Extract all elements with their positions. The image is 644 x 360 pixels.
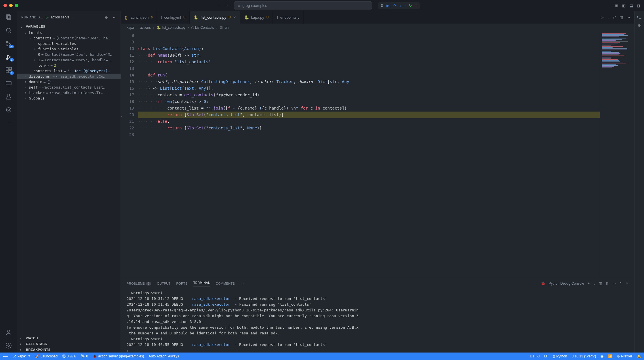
run-debug-icon[interactable]: 1 (5, 53, 12, 60)
breadcrumb-item[interactable]: ⬡ ListContacts (191, 26, 214, 30)
var-self[interactable]: ›self=<actions.list_contacts.List… (17, 85, 121, 90)
launchpad[interactable]: 🚀 Launchpad (35, 354, 58, 358)
debug-config-select[interactable]: action serve (51, 15, 70, 19)
var-contacts[interactable]: ⌄contacts=[Contact(name='Joe', ha… (17, 35, 121, 41)
live-share-icon[interactable]: 📶 (608, 354, 612, 358)
nav-back-icon[interactable]: ← (217, 3, 220, 8)
extensions-icon[interactable]: 1 (5, 67, 12, 74)
breakpoints-section[interactable]: ›BREAKPOINTS (17, 347, 121, 353)
settings-icon[interactable] (5, 342, 12, 349)
tab-kapa.py[interactable]: 🐍kapa.pyU (240, 11, 273, 24)
var-special[interactable]: ›special variables (17, 41, 121, 46)
more-icon[interactable]: ⋯ (626, 15, 630, 20)
var-idx1[interactable]: ›1=Contact(name='Mary', handle='… (17, 57, 121, 63)
terminal-name[interactable]: Python Debug Console (549, 282, 584, 286)
eol[interactable]: LF (544, 354, 548, 358)
new-terminal-icon[interactable]: + (588, 282, 590, 286)
remote-indicator[interactable]: ⟷ (3, 354, 8, 358)
var-domain[interactable]: ›domain={} (17, 79, 121, 85)
testing-icon[interactable] (5, 93, 12, 100)
watch-section[interactable]: ›WATCH (17, 335, 121, 341)
tab-endpoints.y[interactable]: !endpoints.y (273, 11, 304, 24)
chevron-down-icon[interactable]: ⌄ (607, 16, 609, 19)
tab-launch.json[interactable]: {}launch.json6 (121, 11, 157, 24)
layout-icon[interactable]: ⊞ (615, 3, 618, 8)
stop-icon[interactable]: □ (415, 3, 417, 8)
minimap[interactable] (600, 32, 634, 278)
tab-config.yml[interactable]: !config.ymlU (157, 11, 190, 24)
chevron-down-icon[interactable]: ⌄ (593, 282, 595, 285)
diff-icon[interactable]: ⇄ (613, 15, 616, 20)
explorer-icon[interactable] (5, 14, 12, 21)
locals-scope[interactable]: ⌄Locals (17, 30, 121, 35)
terminal-icon[interactable]: ▸_ (637, 14, 641, 19)
account-icon[interactable] (5, 329, 12, 336)
python-version[interactable]: 3.10.13 ('.venv') (572, 354, 596, 358)
bug-settings-icon[interactable]: ⚙ (638, 23, 641, 28)
tab-ports[interactable]: PORTS (176, 282, 187, 285)
auto-attach[interactable]: Auto Attach: Always (149, 354, 179, 358)
breadcrumb[interactable]: kapa›actions›🐍 list_contacts.py›⬡ ListCo… (121, 24, 634, 32)
drag-handle-icon[interactable]: ⠿ (381, 3, 384, 8)
git-branch[interactable]: ⎇ kapa* ⟳ (12, 354, 31, 358)
more-icon[interactable]: ⋯ (6, 120, 11, 126)
tab-list_contacts.py[interactable]: 🐍list_contacts.pyU✕ (190, 11, 240, 24)
sparkle-icon[interactable] (5, 106, 12, 113)
command-center[interactable]: ⌕ greg-examples (234, 1, 372, 9)
source-control-icon[interactable]: 26 (5, 40, 12, 47)
tab-terminal[interactable]: TERMINAL (193, 281, 210, 286)
more-icon[interactable]: ⋯ (241, 282, 244, 286)
encoding[interactable]: UTF-8 (530, 354, 540, 358)
close-panel-icon[interactable]: ✕ (626, 282, 628, 286)
restart-icon[interactable]: ↻ (409, 3, 412, 8)
maximize-window[interactable] (15, 4, 18, 7)
breadcrumb-item[interactable]: 🐍 list_contacts.py (157, 26, 185, 30)
step-out-icon[interactable]: ↑ (404, 3, 406, 8)
more-icon[interactable]: ⋯ (113, 15, 117, 20)
code-editor[interactable]: 8910111213141516171819▶20212223 class Li… (121, 32, 634, 278)
close-tab-icon[interactable]: ✕ (233, 15, 236, 19)
step-into-icon[interactable]: ↓ (399, 3, 401, 8)
more-icon[interactable]: ⋯ (612, 282, 616, 286)
tab-output[interactable]: OUTPUT (157, 282, 170, 285)
panel-right-icon[interactable]: ◨ (637, 3, 641, 8)
callstack-section[interactable]: ›CALL STACK (17, 341, 121, 347)
split-editor-icon[interactable]: ◫ (620, 15, 623, 20)
maximize-panel-icon[interactable]: ⌃ (619, 282, 622, 286)
var-funcvars[interactable]: ›function variables (17, 46, 121, 52)
ports-status[interactable]: 📡 0 (81, 354, 88, 358)
nav-forward-icon[interactable]: → (224, 3, 228, 8)
minimize-window[interactable] (9, 4, 13, 7)
bell-icon[interactable]: 🔔 (637, 354, 641, 358)
copilot-icon[interactable]: ◉ (601, 354, 603, 358)
var-tracker[interactable]: ›tracker=<rasa_sdk.interfaces.Tr… (17, 90, 121, 95)
variables-section[interactable]: ⌄VARIABLES (17, 24, 121, 29)
breadcrumb-item[interactable]: kapa (127, 26, 134, 30)
tab-problems[interactable]: PROBLEMS6 (127, 282, 151, 285)
continue-icon[interactable]: ▶| (386, 3, 390, 8)
prettier[interactable]: ⊘ Prettier (617, 354, 632, 358)
var-idx0[interactable]: ›0=Contact(name='Joe', handle='@… (17, 52, 121, 57)
search-icon[interactable] (5, 27, 12, 34)
tab-comments[interactable]: COMMENTS (216, 282, 235, 285)
gear-icon[interactable]: ⚙ (105, 15, 108, 20)
var-dispatcher[interactable]: ›dispatcher=<rasa_sdk.executor.Co… (17, 74, 121, 79)
globals-scope[interactable]: ›Globals (17, 95, 121, 101)
language-mode[interactable]: {} Python (553, 354, 567, 358)
breadcrumb-item[interactable]: actions (140, 26, 151, 30)
trash-icon[interactable]: 🗑 (605, 282, 609, 286)
terminal-output[interactable]: warnings.warn(2024-12-18 10:31:12 DEBUG … (121, 289, 634, 353)
panel-left-icon[interactable]: ◧ (622, 3, 626, 8)
step-over-icon[interactable]: ↷ (393, 3, 397, 8)
run-icon[interactable]: ▷ (601, 15, 604, 20)
remote-icon[interactable] (5, 80, 12, 87)
problems-status[interactable]: ⓧ 0 ⚠ 6 (62, 354, 76, 359)
split-terminal-icon[interactable]: ◫ (599, 282, 602, 286)
var-contacts-list[interactable]: contacts_list='- Joe (@JoeMyers)… (17, 68, 121, 74)
panel-bottom-icon[interactable]: ⬓ (630, 3, 633, 8)
debug-target[interactable]: 🐞 action server (greg-examples) (93, 354, 144, 358)
breadcrumb-item[interactable]: ⊡ run (220, 26, 229, 30)
var-len[interactable]: len()=2 (17, 63, 121, 68)
start-debug-icon[interactable]: ▷ (46, 15, 49, 20)
chevron-down-icon[interactable]: ⌄ (72, 16, 74, 19)
